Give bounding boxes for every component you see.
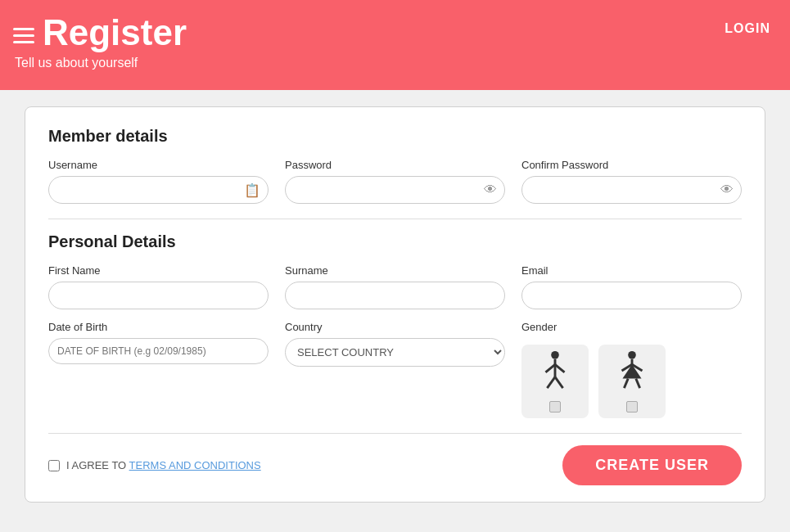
country-label: Country (285, 321, 505, 333)
email-label: Email (521, 264, 742, 277)
registration-form: Member details Username 📋 Password 👁 (25, 106, 765, 503)
female-figure-icon (616, 350, 648, 396)
surname-label: Surname (285, 264, 505, 277)
surname-input-wrapper (285, 282, 505, 309)
member-fields-row: Username 📋 Password 👁 Confirm Password (48, 159, 742, 204)
password-input[interactable] (285, 176, 505, 204)
svg-line-12 (636, 379, 640, 389)
first-name-field-group: First Name (48, 264, 269, 309)
surname-field-group: Surname (285, 264, 505, 309)
username-input-wrapper: 📋 (48, 176, 269, 204)
first-name-label: First Name (48, 264, 269, 277)
member-details-title: Member details (48, 127, 742, 146)
dob-field-group: Date of Birth (48, 321, 269, 364)
gender-female-option[interactable] (598, 345, 666, 418)
password-input-wrapper: 👁 (285, 176, 505, 204)
svg-point-0 (551, 351, 559, 359)
svg-line-3 (555, 364, 565, 372)
terms-checkbox[interactable] (48, 460, 60, 471)
main-content: Member details Username 📋 Password 👁 (0, 90, 790, 519)
country-select[interactable]: SELECT COUNTRY (285, 338, 505, 367)
country-field-group: Country SELECT COUNTRY (285, 321, 505, 367)
confirm-password-field-group: Confirm Password 👁 (521, 159, 742, 204)
svg-line-11 (624, 379, 628, 389)
page-title: Register (43, 15, 187, 51)
dob-label: Date of Birth (48, 321, 269, 333)
first-name-input[interactable] (48, 282, 269, 309)
username-field-group: Username 📋 (48, 159, 269, 204)
svg-point-6 (628, 351, 636, 359)
surname-input[interactable] (285, 282, 505, 309)
terms-row: I AGREE TO TERMS AND CONDITIONS (48, 459, 261, 471)
login-link[interactable]: LOGIN (725, 21, 770, 36)
section-divider (48, 219, 742, 219)
email-input-wrapper (521, 282, 742, 309)
email-input[interactable] (521, 282, 742, 309)
username-label: Username (48, 159, 269, 171)
create-user-button[interactable]: CREATE USER (562, 445, 742, 485)
username-input[interactable] (48, 176, 269, 204)
confirm-password-input-wrapper: 👁 (521, 176, 742, 204)
header-title-row: Register (13, 15, 187, 51)
gender-field-group: Gender (521, 321, 742, 418)
header-left: Register Tell us about yourself (13, 15, 187, 70)
gender-label: Gender (521, 321, 742, 333)
password-field-group: Password 👁 (285, 159, 505, 204)
email-field-group: Email (521, 264, 742, 309)
header: Register Tell us about yourself LOGIN (0, 0, 790, 90)
male-figure-icon (539, 350, 571, 396)
agree-text: I AGREE TO TERMS AND CONDITIONS (66, 459, 261, 471)
svg-line-2 (545, 364, 555, 372)
personal-details-title: Personal Details (48, 232, 742, 251)
agree-label: I AGREE TO (66, 459, 126, 471)
svg-line-5 (555, 377, 563, 388)
first-name-input-wrapper (48, 282, 269, 309)
svg-marker-8 (622, 364, 641, 378)
password-label: Password (285, 159, 505, 171)
personal-details-section: Personal Details First Name Surname Emai (48, 232, 742, 418)
member-details-section: Member details Username 📋 Password 👁 (48, 127, 742, 204)
personal-fields-row-1: First Name Surname Email (48, 264, 742, 309)
confirm-password-label: Confirm Password (521, 159, 742, 171)
female-checkbox[interactable] (626, 401, 638, 413)
terms-link[interactable]: TERMS AND CONDITIONS (129, 459, 261, 471)
confirm-password-input[interactable] (521, 176, 742, 204)
male-checkbox[interactable] (549, 401, 561, 413)
gender-options (521, 345, 742, 418)
page-subtitle: Tell us about yourself (15, 56, 187, 70)
svg-line-4 (547, 377, 555, 388)
gender-male-option[interactable] (521, 345, 589, 418)
form-footer: I AGREE TO TERMS AND CONDITIONS CREATE U… (48, 433, 742, 485)
hamburger-menu-icon[interactable] (13, 28, 34, 43)
dob-input[interactable] (48, 338, 269, 364)
personal-fields-row-2: Date of Birth Country SELECT COUNTRY Gen… (48, 321, 742, 418)
